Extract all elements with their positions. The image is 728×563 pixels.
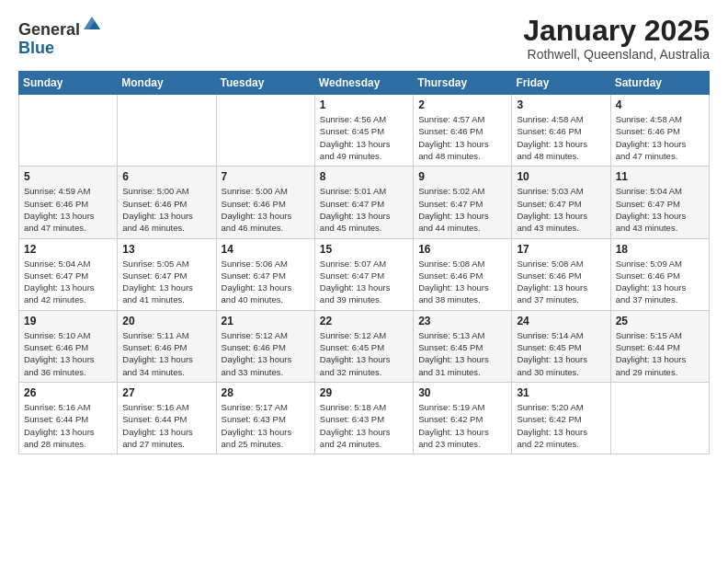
day-number: 15 xyxy=(320,243,408,256)
month-title: January 2025 xyxy=(523,15,710,47)
day-info: Sunrise: 5:12 AM Sunset: 6:46 PM Dayligh… xyxy=(222,329,310,378)
day-of-week-header: Friday xyxy=(512,72,610,95)
day-number: 18 xyxy=(616,243,704,256)
calendar-cell: 18Sunrise: 5:09 AM Sunset: 6:46 PM Dayli… xyxy=(610,238,709,310)
calendar-cell: 14Sunrise: 5:06 AM Sunset: 6:47 PM Dayli… xyxy=(216,238,314,310)
day-number: 1 xyxy=(320,98,408,111)
day-number: 16 xyxy=(418,243,506,256)
day-number: 24 xyxy=(517,315,605,327)
day-number: 2 xyxy=(418,98,506,111)
day-number: 6 xyxy=(122,170,210,183)
day-number: 14 xyxy=(222,243,310,256)
day-info: Sunrise: 5:15 AM Sunset: 6:44 PM Dayligh… xyxy=(616,329,704,378)
day-info: Sunrise: 5:01 AM Sunset: 6:47 PM Dayligh… xyxy=(320,185,408,234)
calendar-cell: 12Sunrise: 5:04 AM Sunset: 6:47 PM Dayli… xyxy=(19,238,118,310)
day-info: Sunrise: 5:11 AM Sunset: 6:46 PM Dayligh… xyxy=(122,329,210,378)
calendar-cell xyxy=(610,382,709,454)
logo-text: General xyxy=(18,15,102,40)
calendar-cell: 25Sunrise: 5:15 AM Sunset: 6:44 PM Dayli… xyxy=(610,310,709,382)
calendar-cell: 28Sunrise: 5:17 AM Sunset: 6:43 PM Dayli… xyxy=(216,382,314,454)
calendar-cell: 6Sunrise: 5:00 AM Sunset: 6:46 PM Daylig… xyxy=(118,167,216,238)
calendar-cell: 7Sunrise: 5:00 AM Sunset: 6:46 PM Daylig… xyxy=(216,167,314,238)
day-info: Sunrise: 5:10 AM Sunset: 6:46 PM Dayligh… xyxy=(24,329,112,378)
calendar-cell: 15Sunrise: 5:07 AM Sunset: 6:47 PM Dayli… xyxy=(314,238,413,310)
calendar-header-row: SundayMondayTuesdayWednesdayThursdayFrid… xyxy=(19,72,710,95)
calendar-cell: 24Sunrise: 5:14 AM Sunset: 6:45 PM Dayli… xyxy=(512,310,610,382)
day-of-week-header: Sunday xyxy=(19,72,118,95)
day-info: Sunrise: 5:06 AM Sunset: 6:47 PM Dayligh… xyxy=(222,258,310,306)
calendar-cell: 13Sunrise: 5:05 AM Sunset: 6:47 PM Dayli… xyxy=(118,238,216,310)
day-number: 10 xyxy=(517,170,605,183)
calendar-week-row: 12Sunrise: 5:04 AM Sunset: 6:47 PM Dayli… xyxy=(19,238,710,310)
day-info: Sunrise: 4:58 AM Sunset: 6:46 PM Dayligh… xyxy=(517,113,605,162)
calendar-cell: 16Sunrise: 5:08 AM Sunset: 6:46 PM Dayli… xyxy=(414,238,512,310)
day-number: 31 xyxy=(517,386,605,399)
day-of-week-header: Monday xyxy=(118,72,216,95)
day-number: 26 xyxy=(24,386,112,399)
header: General Blue January 2025 Rothwell, Quee… xyxy=(18,15,710,62)
day-of-week-header: Saturday xyxy=(610,72,709,95)
day-number: 9 xyxy=(418,170,506,183)
calendar-cell: 27Sunrise: 5:16 AM Sunset: 6:44 PM Dayli… xyxy=(118,382,216,454)
calendar-week-row: 19Sunrise: 5:10 AM Sunset: 6:46 PM Dayli… xyxy=(19,310,710,382)
calendar-week-row: 26Sunrise: 5:16 AM Sunset: 6:44 PM Dayli… xyxy=(19,382,710,454)
day-info: Sunrise: 5:12 AM Sunset: 6:45 PM Dayligh… xyxy=(320,329,408,378)
calendar-week-row: 5Sunrise: 4:59 AM Sunset: 6:46 PM Daylig… xyxy=(19,167,710,238)
calendar-cell: 5Sunrise: 4:59 AM Sunset: 6:46 PM Daylig… xyxy=(19,167,118,238)
day-number: 27 xyxy=(122,386,210,399)
calendar-cell: 10Sunrise: 5:03 AM Sunset: 6:47 PM Dayli… xyxy=(512,167,610,238)
day-of-week-header: Thursday xyxy=(414,72,512,95)
calendar-cell: 1Sunrise: 4:56 AM Sunset: 6:45 PM Daylig… xyxy=(314,95,413,167)
calendar-cell xyxy=(118,95,216,167)
day-number: 7 xyxy=(222,170,310,183)
day-info: Sunrise: 5:04 AM Sunset: 6:47 PM Dayligh… xyxy=(24,258,112,306)
calendar-cell: 4Sunrise: 4:58 AM Sunset: 6:46 PM Daylig… xyxy=(610,95,709,167)
title-block: January 2025 Rothwell, Queensland, Austr… xyxy=(523,15,710,62)
calendar-cell: 31Sunrise: 5:20 AM Sunset: 6:42 PM Dayli… xyxy=(512,382,610,454)
logo: General Blue xyxy=(18,15,102,58)
calendar-cell: 3Sunrise: 4:58 AM Sunset: 6:46 PM Daylig… xyxy=(512,95,610,167)
day-number: 21 xyxy=(222,315,310,327)
day-number: 28 xyxy=(222,386,310,399)
day-info: Sunrise: 5:13 AM Sunset: 6:45 PM Dayligh… xyxy=(418,329,506,378)
calendar-cell: 22Sunrise: 5:12 AM Sunset: 6:45 PM Dayli… xyxy=(314,310,413,382)
day-number: 11 xyxy=(616,170,704,183)
day-number: 17 xyxy=(517,243,605,256)
day-info: Sunrise: 4:56 AM Sunset: 6:45 PM Dayligh… xyxy=(320,113,408,162)
day-info: Sunrise: 5:00 AM Sunset: 6:46 PM Dayligh… xyxy=(122,185,210,234)
calendar-cell: 2Sunrise: 4:57 AM Sunset: 6:46 PM Daylig… xyxy=(414,95,512,167)
day-number: 23 xyxy=(418,315,506,327)
day-number: 8 xyxy=(320,170,408,183)
calendar-cell: 11Sunrise: 5:04 AM Sunset: 6:47 PM Dayli… xyxy=(610,167,709,238)
day-info: Sunrise: 4:59 AM Sunset: 6:46 PM Dayligh… xyxy=(24,185,112,234)
day-info: Sunrise: 5:03 AM Sunset: 6:47 PM Dayligh… xyxy=(517,185,605,234)
day-info: Sunrise: 5:05 AM Sunset: 6:47 PM Dayligh… xyxy=(122,258,210,306)
day-number: 4 xyxy=(616,98,704,111)
calendar-cell: 26Sunrise: 5:16 AM Sunset: 6:44 PM Dayli… xyxy=(19,382,118,454)
day-info: Sunrise: 4:58 AM Sunset: 6:46 PM Dayligh… xyxy=(616,113,704,162)
logo-icon xyxy=(82,13,102,33)
logo-blue-text: Blue xyxy=(18,40,102,58)
day-info: Sunrise: 5:08 AM Sunset: 6:46 PM Dayligh… xyxy=(418,258,506,306)
day-number: 19 xyxy=(24,315,112,327)
calendar-cell: 29Sunrise: 5:18 AM Sunset: 6:43 PM Dayli… xyxy=(314,382,413,454)
day-number: 25 xyxy=(616,315,704,327)
day-of-week-header: Wednesday xyxy=(314,72,413,95)
day-info: Sunrise: 5:18 AM Sunset: 6:43 PM Dayligh… xyxy=(320,401,408,450)
logo-blue-label: Blue xyxy=(18,39,54,57)
calendar-cell: 30Sunrise: 5:19 AM Sunset: 6:42 PM Dayli… xyxy=(414,382,512,454)
calendar-cell: 23Sunrise: 5:13 AM Sunset: 6:45 PM Dayli… xyxy=(414,310,512,382)
day-info: Sunrise: 4:57 AM Sunset: 6:46 PM Dayligh… xyxy=(418,113,506,162)
location-subtitle: Rothwell, Queensland, Australia xyxy=(523,47,710,62)
day-info: Sunrise: 5:16 AM Sunset: 6:44 PM Dayligh… xyxy=(122,401,210,450)
day-info: Sunrise: 5:07 AM Sunset: 6:47 PM Dayligh… xyxy=(320,258,408,306)
day-number: 20 xyxy=(122,315,210,327)
calendar-cell xyxy=(216,95,314,167)
day-number: 30 xyxy=(418,386,506,399)
day-info: Sunrise: 5:00 AM Sunset: 6:46 PM Dayligh… xyxy=(222,185,310,234)
day-info: Sunrise: 5:19 AM Sunset: 6:42 PM Dayligh… xyxy=(418,401,506,450)
day-number: 12 xyxy=(24,243,112,256)
calendar-body: 1Sunrise: 4:56 AM Sunset: 6:45 PM Daylig… xyxy=(19,95,710,454)
calendar-cell: 9Sunrise: 5:02 AM Sunset: 6:47 PM Daylig… xyxy=(414,167,512,238)
calendar-week-row: 1Sunrise: 4:56 AM Sunset: 6:45 PM Daylig… xyxy=(19,95,710,167)
